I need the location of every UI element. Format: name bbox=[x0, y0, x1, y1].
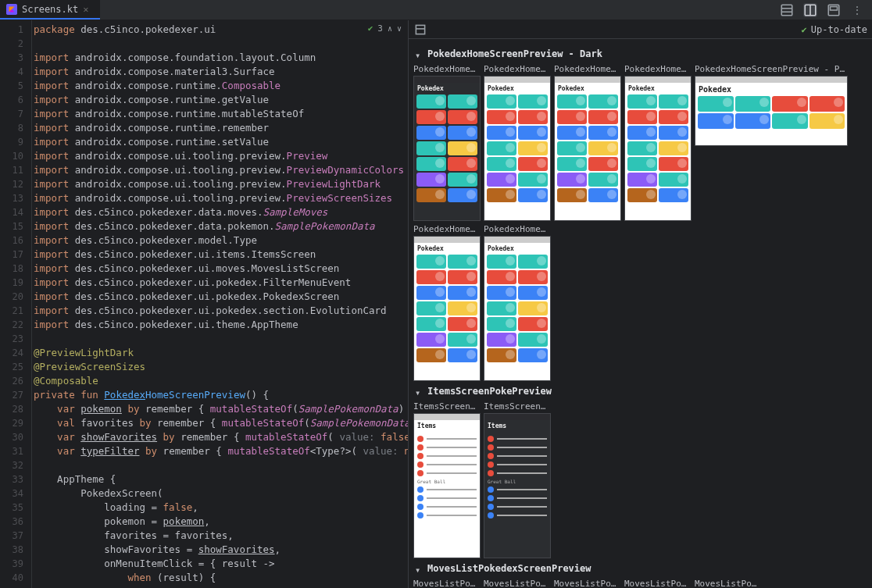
preview-thumbnail[interactable]: ItemsGreat Ball bbox=[484, 413, 551, 558]
preview-label: PokedexHomeScreenP... bbox=[484, 64, 551, 74]
chevron-down-icon: ▾ bbox=[415, 565, 423, 572]
preview-group-header[interactable]: ▾ItemsScreenPokePreview bbox=[415, 386, 866, 397]
preview-label: ItemsScreenPokePrevi... bbox=[413, 401, 481, 412]
preview-label: MovesListPokedexScr... bbox=[484, 579, 551, 588]
preview-label: PokedexHomeScreenP... bbox=[624, 64, 692, 74]
preview-refresh-icon[interactable] bbox=[413, 23, 427, 37]
preview-thumbnail[interactable]: Pokedex bbox=[484, 76, 551, 221]
preview-group-header[interactable]: ▾PokedexHomeScreenPreview - Dark bbox=[415, 48, 866, 59]
more-icon[interactable]: ⋮ bbox=[850, 3, 864, 17]
kotlin-file-icon bbox=[6, 4, 17, 15]
preview-thumbnail[interactable]: Pokedex bbox=[624, 76, 692, 221]
preview-label: PokedexHomeScreenP... bbox=[484, 224, 551, 234]
status-check-icon: ✔ bbox=[802, 24, 807, 35]
preview-label: PokedexHomeScreenP... bbox=[413, 64, 481, 74]
preview-thumbnail[interactable]: Pokedex bbox=[484, 236, 551, 381]
preview-thumbnail[interactable]: ItemsGreat Ball bbox=[413, 413, 481, 558]
code-area[interactable]: package des.c5inco.pokedexer.uiimport an… bbox=[31, 20, 408, 588]
editor-tab-bar: Screens.kt ✕ ⋮ bbox=[0, 0, 872, 20]
preview-group-header[interactable]: ▾MovesListPokedexScreenPreview bbox=[415, 563, 866, 574]
file-tab[interactable]: Screens.kt ✕ bbox=[0, 0, 100, 20]
line-gutter: 1234567891011121314151617181920212223242… bbox=[0, 20, 31, 588]
chevron-up-icon[interactable]: ∧ bbox=[388, 24, 392, 33]
design-view-icon[interactable] bbox=[827, 3, 841, 17]
preview-thumbnail[interactable]: Pokedex bbox=[413, 236, 481, 381]
code-editor[interactable]: 1234567891011121314151617181920212223242… bbox=[0, 20, 408, 588]
preview-cell: PokedexHomeScreenPreview - Phone - Lands… bbox=[695, 64, 848, 221]
code-view-icon[interactable] bbox=[780, 3, 794, 17]
preview-cell: MovesListPokedexScr... bbox=[484, 579, 551, 588]
editor-tabs-actions: ⋮ bbox=[780, 3, 872, 17]
preview-scroll-area[interactable]: ▾PokedexHomeScreenPreview - DarkPokedexH… bbox=[409, 39, 872, 588]
preview-cell: ItemsScreenPokePrevi...ItemsGreat Ball bbox=[413, 401, 481, 558]
compose-preview-panel: ✔ Up-to-date ▾PokedexHomeScreenPreview -… bbox=[408, 20, 872, 588]
preview-label: MovesListPokedexScr... bbox=[695, 579, 762, 588]
split-view-icon[interactable] bbox=[803, 3, 817, 17]
preview-cell: PokedexHomeScreenP...Pokedex bbox=[413, 64, 481, 221]
preview-label: MovesListPokedexScreenPreview bbox=[413, 579, 481, 588]
preview-cell: ItemsScreenPokePrevi...ItemsGreat Ball bbox=[484, 401, 551, 558]
preview-label: MovesListPokedexScr... bbox=[624, 579, 692, 588]
preview-cell: MovesListPokedexScr... bbox=[695, 579, 762, 588]
editor-inspections[interactable]: ✔ 3 ∧ ∨ bbox=[368, 23, 402, 34]
preview-cell: MovesListPokedexScr... bbox=[554, 579, 621, 588]
preview-cell: PokedexHomeScreenP...Pokedex bbox=[413, 224, 481, 381]
svg-rect-7 bbox=[831, 6, 838, 10]
preview-label: PokedexHomeScreenP... bbox=[554, 64, 621, 74]
chevron-down-icon[interactable]: ∨ bbox=[397, 24, 402, 33]
problems-count: 3 bbox=[377, 23, 383, 34]
preview-cell: PokedexHomeScreenP...Pokedex bbox=[554, 64, 621, 221]
preview-group-title: MovesListPokedexScreenPreview bbox=[427, 563, 591, 574]
preview-cell: MovesListPokedexScreenPreview bbox=[413, 579, 481, 588]
preview-cell: MovesListPokedexScr... bbox=[624, 579, 692, 588]
chevron-down-icon: ▾ bbox=[415, 50, 423, 58]
chevron-down-icon: ▾ bbox=[415, 387, 423, 395]
preview-toolbar: ✔ Up-to-date bbox=[409, 20, 872, 39]
preview-thumbnail[interactable]: Pokedex bbox=[413, 76, 481, 221]
preview-thumbnail[interactable]: Pokedex bbox=[695, 76, 848, 146]
preview-group-title: ItemsScreenPokePreview bbox=[427, 386, 552, 397]
preview-label: PokedexHomeScreenPreview - Phone - Lands… bbox=[695, 64, 848, 74]
svg-rect-1 bbox=[781, 5, 792, 16]
close-icon[interactable]: ✕ bbox=[83, 4, 94, 15]
file-tab-label: Screens.kt bbox=[22, 4, 78, 15]
preview-label: ItemsScreenPokePrevi... bbox=[484, 401, 551, 412]
preview-cell: PokedexHomeScreenP...Pokedex bbox=[484, 224, 551, 381]
svg-rect-8 bbox=[416, 25, 424, 34]
preview-label: MovesListPokedexScr... bbox=[554, 579, 621, 588]
inspection-check-icon: ✔ bbox=[368, 23, 373, 34]
preview-label: PokedexHomeScreenP... bbox=[413, 224, 481, 234]
preview-cell: PokedexHomeScreenP...Pokedex bbox=[624, 64, 692, 221]
preview-cell: PokedexHomeScreenP...Pokedex bbox=[484, 64, 551, 221]
preview-status: Up-to-date bbox=[811, 24, 867, 35]
preview-thumbnail[interactable]: Pokedex bbox=[554, 76, 621, 221]
preview-group-title: PokedexHomeScreenPreview - Dark bbox=[427, 48, 602, 59]
